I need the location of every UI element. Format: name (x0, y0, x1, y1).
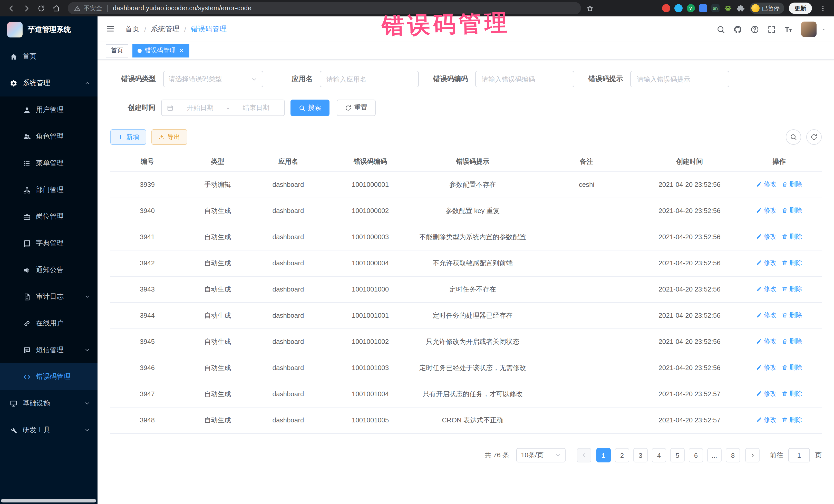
sidebar-item-online-user[interactable]: 在线用户 (0, 310, 97, 337)
sidebar-item-infra[interactable]: 基础设施 (0, 390, 97, 417)
fullscreen-icon[interactable] (767, 25, 776, 34)
tab-home[interactable]: 首页 (106, 44, 128, 57)
help-icon[interactable] (750, 25, 759, 34)
filter-hint-input[interactable] (630, 71, 729, 87)
export-button[interactable]: 导出 (151, 129, 187, 145)
search-button[interactable]: 搜索 (290, 100, 329, 116)
avatar-dropdown-icon[interactable] (821, 26, 827, 32)
edit-link[interactable]: 修改 (756, 258, 776, 268)
page-button-5[interactable]: 5 (670, 448, 685, 462)
extension-green-paw-icon[interactable] (723, 4, 732, 13)
sidebar-item-notice[interactable]: 通知公告 (0, 257, 97, 283)
delete-link[interactable]: 删除 (782, 232, 802, 242)
browser-update-button[interactable]: 更新 (789, 3, 812, 14)
browser-forward-button[interactable] (20, 2, 32, 14)
edit-link[interactable]: 修改 (756, 310, 776, 320)
browser-reload-button[interactable] (35, 2, 47, 14)
filter-code-input[interactable] (475, 71, 574, 87)
delete-link[interactable]: 删除 (782, 363, 802, 373)
sidebar-item-audit-log[interactable]: 审计日志 (0, 283, 97, 310)
font-size-icon[interactable] (784, 25, 793, 34)
sidebar-item-system[interactable]: 系统管理 (0, 70, 97, 96)
breadcrumb: 首页/系统管理/错误码管理 (125, 25, 227, 34)
extension-puzzle-icon[interactable] (736, 4, 745, 13)
delete-link[interactable]: 删除 (782, 258, 802, 268)
sidebar-item-post[interactable]: 岗位管理 (0, 203, 97, 230)
sidebar-toggle-button[interactable] (106, 24, 116, 35)
next-page-button[interactable] (745, 448, 760, 462)
edit-link[interactable]: 修改 (756, 389, 776, 399)
page-ellipsis-button[interactable]: ... (707, 448, 722, 462)
delete-link[interactable]: 删除 (782, 389, 802, 399)
page-button-6[interactable]: 6 (689, 448, 703, 462)
extension-blue-grid-icon[interactable] (699, 4, 707, 12)
sidebar-item-home[interactable]: 首页 (0, 43, 97, 70)
page-button-8[interactable]: 8 (726, 448, 740, 462)
edit-link[interactable]: 修改 (756, 205, 776, 216)
goto-page-input[interactable] (788, 448, 810, 462)
edit-link[interactable]: 修改 (756, 336, 776, 346)
page-button-4[interactable]: 4 (652, 448, 666, 462)
extension-green-v-icon[interactable]: V (686, 4, 695, 12)
sidebar-item-error-code[interactable]: 错误码管理 (0, 364, 97, 390)
page-size-select[interactable]: 10条/页 (516, 448, 566, 462)
table-row: 3939手动编辑dashboard1001000001参数配置不存在ceshi2… (110, 172, 822, 198)
filter-app-input[interactable] (320, 71, 419, 87)
sidebar-item-user[interactable]: 用户管理 (0, 96, 97, 123)
sidebar-item-dev-tools[interactable]: 研发工具 (0, 417, 97, 443)
refresh-table-button[interactable] (806, 129, 822, 145)
filter-hint-label: 错误码提示 (588, 74, 623, 84)
close-icon[interactable] (179, 48, 184, 53)
tab-error-code[interactable]: 错误码管理 (132, 44, 190, 57)
browser-menu-button[interactable] (816, 2, 829, 14)
user-avatar[interactable] (801, 22, 816, 37)
calendar-icon (167, 105, 174, 111)
edit-icon (756, 312, 762, 318)
delete-link[interactable]: 删除 (782, 284, 802, 294)
sidebar-item-sms[interactable]: 短信管理 (0, 337, 97, 364)
header-search-icon[interactable] (717, 25, 725, 34)
filter-type-select[interactable]: 请选择错误码类型 (163, 71, 263, 87)
delete-link[interactable]: 删除 (782, 205, 802, 216)
filter-daterange-picker[interactable]: 开始日期 - 结束日期 (161, 100, 285, 116)
delete-link[interactable]: 删除 (782, 336, 802, 346)
sidebar-scrollbar[interactable] (1, 499, 96, 502)
delete-link[interactable]: 删除 (782, 179, 802, 190)
extension-blue-drop-icon[interactable] (674, 4, 682, 12)
github-icon[interactable] (733, 25, 742, 34)
sidebar-item-label: 在线用户 (36, 319, 90, 328)
browser-home-button[interactable] (50, 2, 62, 14)
cell-type: 自动生成 (184, 198, 251, 224)
page-button-2[interactable]: 2 (615, 448, 629, 462)
edit-link[interactable]: 修改 (756, 363, 776, 373)
edit-link[interactable]: 修改 (756, 415, 776, 425)
extension-red-circle-icon[interactable] (662, 4, 670, 12)
chevron-right-icon (749, 452, 755, 458)
sidebar-item-dept[interactable]: 部门管理 (0, 177, 97, 203)
app-logo[interactable]: 芋道管理系统 (0, 17, 97, 43)
extension-dark-on-icon[interactable]: on (711, 4, 719, 12)
breadcrumb-item[interactable]: 系统管理 (151, 25, 180, 34)
browser-back-button[interactable] (5, 2, 18, 14)
address-bar[interactable]: 不安全 dashboard.yudao.iocoder.cn/system/er… (68, 2, 581, 14)
sidebar-item-menu[interactable]: 菜单管理 (0, 150, 97, 177)
add-button[interactable]: 新增 (110, 129, 146, 145)
delete-link[interactable]: 删除 (782, 415, 802, 425)
edit-link[interactable]: 修改 (756, 179, 776, 190)
breadcrumb-item[interactable]: 首页 (125, 25, 139, 34)
delete-link[interactable]: 删除 (782, 310, 802, 320)
sidebar-item-role[interactable]: 角色管理 (0, 123, 97, 150)
page-button-3[interactable]: 3 (633, 448, 648, 462)
edit-link[interactable]: 修改 (756, 284, 776, 294)
prev-page-button[interactable] (577, 448, 591, 462)
cell-msg: 定时任务的处理器已经存在 (415, 303, 530, 329)
edit-link[interactable]: 修改 (756, 232, 776, 242)
page-button-1[interactable]: 1 (596, 448, 611, 462)
toggle-search-button[interactable] (786, 129, 801, 145)
bookmark-star-button[interactable] (584, 2, 596, 14)
sidebar-item-dict[interactable]: 字典管理 (0, 230, 97, 257)
profile-chip[interactable]: 已暂停 (750, 3, 784, 14)
cell-code: 1001001003 (325, 355, 415, 381)
reset-button[interactable]: 重置 (337, 100, 376, 116)
sidebar-item-label: 部门管理 (36, 185, 90, 195)
